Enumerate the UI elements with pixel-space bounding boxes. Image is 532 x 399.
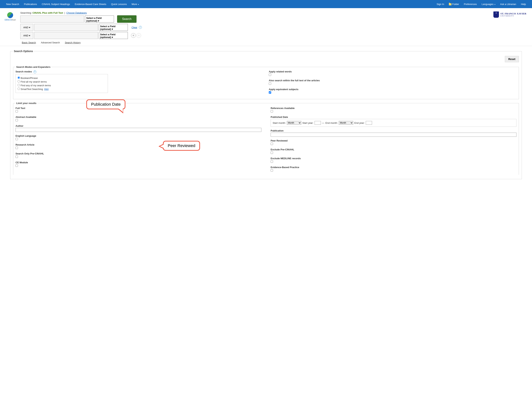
abstract-checkbox[interactable] xyxy=(16,119,18,121)
publication-label: Publication xyxy=(271,129,516,132)
hint-link[interactable]: Hint xyxy=(44,88,49,90)
nav-publications[interactable]: Publications xyxy=(22,0,39,8)
bool-select-2[interactable]: AND ▾ xyxy=(20,24,33,31)
equivalent-subjects: Apply equivalent subjects xyxy=(269,88,516,94)
expanders-col: Apply related words Also search within t… xyxy=(269,70,516,97)
search-input-1[interactable] xyxy=(20,16,84,23)
ebsco-logo[interactable]: EBSCOhost xyxy=(4,12,17,21)
search-row-3: AND ▾ Select a Field (optional) ▾ + − xyxy=(20,32,490,39)
search-header: EBSCOhost Searching: CINAHL Plus with Fu… xyxy=(0,8,532,46)
add-row-button[interactable]: + xyxy=(131,33,136,38)
start-month-select[interactable]: Month xyxy=(287,121,301,125)
limit-results-group: Limit your results Publication Date Peer… xyxy=(13,102,519,175)
search-button[interactable]: Search xyxy=(117,15,137,23)
full-text-checkbox[interactable] xyxy=(16,110,18,113)
nav-help[interactable]: Help xyxy=(519,0,528,8)
search-area: Searching: CINAHL Plus with Full Text | … xyxy=(20,12,490,44)
nav-ebc-sheets[interactable]: Evidence-Based Care Sheets xyxy=(72,0,109,8)
nav-preferences[interactable]: Preferences xyxy=(462,0,479,8)
search-modes-label: Search modes ? xyxy=(16,70,263,73)
end-year-input[interactable] xyxy=(366,121,372,125)
published-date-box: Start month: Month Start year: — End mon… xyxy=(271,119,516,127)
advanced-search-label: Advanced Search xyxy=(41,41,60,44)
references-label: References Available xyxy=(271,107,516,109)
published-date-label: Published Date xyxy=(271,116,516,118)
logo-text: EBSCOhost xyxy=(4,19,17,21)
full-text-label: Full Text xyxy=(16,107,261,109)
bool-select-3[interactable]: AND ▾ xyxy=(20,32,33,39)
nav-subject-headings[interactable]: CINAHL Subject Headings xyxy=(39,0,72,8)
exclude-pre-cinahl-checkbox[interactable] xyxy=(271,152,273,154)
university-text: ST. FRANCIS XAVIER UNIVERSITY xyxy=(500,12,526,17)
research-article-checkbox[interactable] xyxy=(16,147,18,149)
author-input[interactable] xyxy=(16,128,261,132)
field-select-2[interactable]: Select a Field (optional) ▾ xyxy=(99,24,128,31)
limits-left-col: Full Text Abstract Available Author Engl… xyxy=(16,107,261,175)
radio-all-terms[interactable]: Find all my search terms xyxy=(18,80,106,83)
fulltext-checkbox[interactable] xyxy=(269,82,271,85)
field-select-3[interactable]: Select a Field (optional) ▾ xyxy=(99,32,128,39)
research-article-label: Research Article xyxy=(16,143,261,146)
search-row-2: AND ▾ Select a Field (optional) ▾ Clear … xyxy=(20,24,490,31)
current-database: CINAHL Plus with Full Text xyxy=(32,12,63,14)
radio-any-terms[interactable]: Find any of my search terms xyxy=(18,83,106,87)
search-options-legend: Search Options xyxy=(13,50,34,53)
topbar-left: New Search Publications CINAHL Subject H… xyxy=(4,0,141,8)
search-row-1: Select a Field (optional) ▾ Search xyxy=(20,15,490,23)
nav-new-search[interactable]: New Search xyxy=(4,0,22,8)
related-words-checkbox[interactable] xyxy=(269,74,271,76)
abstract-label: Abstract Available xyxy=(16,116,261,118)
callout-publication-date: Publication Date xyxy=(86,99,126,109)
english-checkbox[interactable] xyxy=(16,138,18,140)
help-icon[interactable]: ? xyxy=(139,26,142,29)
help-icon[interactable]: ? xyxy=(33,70,36,73)
references-checkbox[interactable] xyxy=(271,110,273,113)
options-wrap: Search Options Reset Search Modes and Ex… xyxy=(0,46,532,187)
searching-line: Searching: CINAHL Plus with Full Text | … xyxy=(20,12,490,14)
author-label: Author xyxy=(16,125,261,127)
end-month-select[interactable]: Month xyxy=(339,121,353,125)
publication-input[interactable] xyxy=(271,133,516,137)
equiv-subjects-checkbox[interactable] xyxy=(269,91,271,94)
search-modes-col: Search modes ? Boolean/Phrase Find all m… xyxy=(16,70,263,97)
callout-peer-reviewed: Peer Reviewed xyxy=(163,141,200,151)
search-input-2[interactable] xyxy=(34,24,98,31)
search-fulltext: Also search within the full text of the … xyxy=(269,79,516,85)
search-input-3[interactable] xyxy=(34,32,98,39)
nav-quick-lessons[interactable]: Quick Lessons xyxy=(109,0,129,8)
exclude-medline-label: Exclude MEDLINE records xyxy=(271,157,516,160)
limits-right-col: References Available Published Date Star… xyxy=(271,107,516,175)
topbar-right: Sign In Folder Preferences Languages Ask… xyxy=(434,0,528,8)
ebp-checkbox[interactable] xyxy=(271,169,273,172)
end-year-label: End year: xyxy=(354,121,365,124)
modes-legend: Search Modes and Expanders xyxy=(16,66,51,68)
nav-more[interactable]: More xyxy=(129,0,141,8)
exclude-medline-checkbox[interactable] xyxy=(271,160,273,163)
radio-boolean[interactable]: Boolean/Phrase xyxy=(18,76,106,80)
start-month-label: Start month: xyxy=(273,121,286,124)
radio-smarttext[interactable]: SmartText Searching Hint xyxy=(18,87,106,91)
pre-cinahl-only-checkbox[interactable] xyxy=(16,156,18,158)
field-select-1[interactable]: Select a Field (optional) ▾ xyxy=(85,16,114,23)
exclude-pre-cinahl-label: Exclude Pre-CINAHL xyxy=(271,148,516,151)
search-modes-radio-box: Boolean/Phrase Find all my search terms … xyxy=(16,74,108,93)
choose-databases-link[interactable]: Choose Databases xyxy=(66,12,87,14)
nav-folder[interactable]: Folder xyxy=(446,0,462,8)
start-year-label: Start year: xyxy=(302,121,313,124)
basic-search-link[interactable]: Basic Search xyxy=(22,41,36,44)
english-label: English Language xyxy=(16,134,261,137)
pre-cinahl-only-label: Search Only Pre-CINAHL xyxy=(16,152,261,155)
peer-reviewed-checkbox[interactable] xyxy=(271,143,273,145)
start-year-input[interactable] xyxy=(315,121,321,125)
nav-languages[interactable]: Languages xyxy=(479,0,498,8)
remove-row-button[interactable]: − xyxy=(136,33,141,38)
add-remove-rows: + − xyxy=(131,33,141,38)
search-options-fieldset: Search Options Reset Search Modes and Ex… xyxy=(10,50,522,179)
reset-button[interactable]: Reset xyxy=(505,56,519,62)
clear-link[interactable]: Clear xyxy=(132,26,137,29)
nav-sign-in[interactable]: Sign In xyxy=(434,0,446,8)
ce-module-checkbox[interactable] xyxy=(16,165,18,167)
search-history-link[interactable]: Search History xyxy=(65,41,81,44)
folder-label: Folder xyxy=(452,3,459,6)
nav-ask-librarian[interactable]: Ask a Librarian xyxy=(498,0,519,8)
